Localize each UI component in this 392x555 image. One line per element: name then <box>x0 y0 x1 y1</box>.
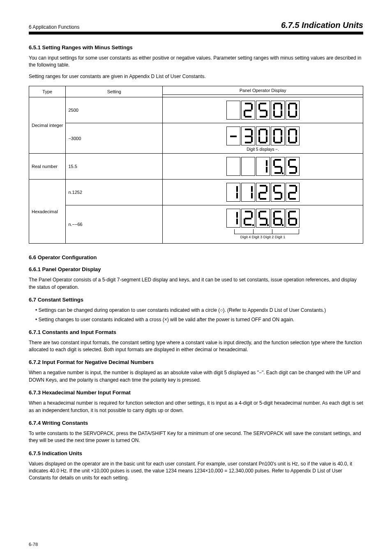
cell-display <box>163 97 363 123</box>
cell-display: Digit 5 displays −. <box>163 123 363 154</box>
cell-setting: n.−−66 <box>66 205 163 244</box>
seven-segment-display <box>226 182 300 203</box>
display-format-table: Type Setting Panel Operator Display Deci… <box>29 86 363 244</box>
para-651-2: Setting ranges for user constants are gi… <box>29 73 363 80</box>
seven-segment-display <box>226 100 300 120</box>
para-674: To write constants to the SERVOPACK, pre… <box>29 430 363 444</box>
cell-display: Digit 4 Digit 3 Digit 2 Digit 1 <box>163 205 363 244</box>
cell-display <box>163 180 363 205</box>
heading-675: 6.7.5 Indication Units <box>29 450 363 456</box>
display-caption: Digit 5 displays −. <box>165 147 360 152</box>
heading-671: 6.7.1 Constants and Input Formats <box>29 329 363 335</box>
chapter-label: 6 Application Functions <box>29 24 79 30</box>
th-type: Type <box>29 86 66 97</box>
cell-type: Decimal integer <box>29 97 66 154</box>
th-display: Panel Operator Display <box>163 86 363 95</box>
page-header: 6 Application Functions 6.7.5 Indication… <box>29 21 363 35</box>
heading-67: 6.7 Constant Settings <box>29 297 363 303</box>
para-672: When a negative number is input, the num… <box>29 369 363 384</box>
para-673: When a hexadecimal number is required fo… <box>29 400 363 414</box>
heading-651: 6.5.1 Setting Ranges with Minus Settings <box>29 44 363 51</box>
th-setting: Setting <box>66 86 163 97</box>
cell-type: Real number <box>29 154 66 180</box>
heading-673: 6.7.3 Hexadecimal Number Input Format <box>29 389 363 396</box>
seven-segment-display <box>226 156 300 177</box>
para-651-1: You can input settings for some user con… <box>29 55 363 69</box>
para-675: Values displayed on the operator are in … <box>29 461 363 482</box>
list-item: Setting changes to user constants indica… <box>35 316 363 323</box>
heading-674: 6.7.4 Writing Constants <box>29 420 363 426</box>
cell-setting: −3000 <box>66 123 163 154</box>
para-661: The Panel Operator consists of a 5-digit… <box>29 276 363 291</box>
cell-setting: 15.5 <box>66 154 163 180</box>
heading-66: 6.6 Operator Configuration <box>29 254 363 260</box>
cell-setting: n.1252 <box>66 180 163 205</box>
para-671: There are two constant input formats, th… <box>29 339 363 354</box>
section-title: 6.7.5 Indication Units <box>281 21 363 30</box>
heading-672: 6.7.2 Input Format for Negative Decimal … <box>29 359 363 365</box>
list-67: Settings can be changed during operation… <box>29 307 363 323</box>
seven-segment-display <box>226 208 300 228</box>
seven-segment-display <box>226 126 300 146</box>
cell-display <box>163 154 363 180</box>
heading-661: 6.6.1 Panel Operator Display <box>29 266 363 272</box>
cell-setting: 2500 <box>66 97 163 123</box>
list-item: Settings can be changed during operation… <box>35 307 363 314</box>
cell-type: Hexadecimal <box>29 180 66 244</box>
